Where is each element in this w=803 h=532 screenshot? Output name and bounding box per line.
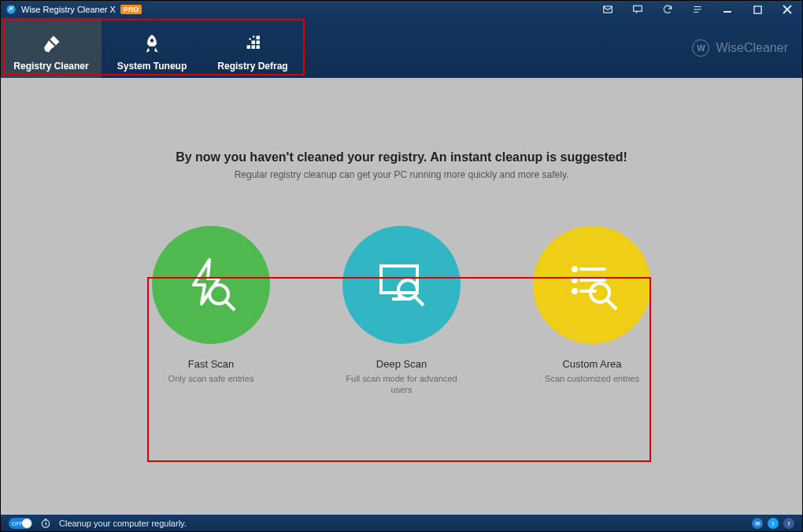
svg-rect-12 — [257, 41, 261, 45]
svg-point-0 — [6, 5, 15, 13]
tab-system-tuneup[interactable]: System Tuneup — [102, 18, 202, 78]
main-toolbar: Registry Cleaner System Tuneup Registry … — [1, 18, 802, 78]
clock-icon — [40, 518, 51, 529]
svg-rect-13 — [257, 36, 261, 40]
brush-icon — [39, 32, 63, 56]
scan-title: Deep Scan — [376, 358, 427, 370]
app-icon — [6, 4, 17, 15]
subhead-text: Regular registry cleanup can get your PC… — [1, 169, 802, 180]
svg-point-7 — [150, 39, 154, 42]
app-title: Wise Registry Cleaner X — [21, 5, 116, 14]
svg-line-17 — [226, 301, 235, 310]
share-mail-icon[interactable]: ✉ — [752, 518, 763, 529]
status-tip: Cleanup your computer regularly. — [59, 519, 187, 528]
scan-desc: Full scan mode for advanced users — [335, 373, 468, 396]
svg-rect-14 — [250, 39, 251, 40]
svg-point-25 — [573, 279, 576, 282]
window-controls — [593, 1, 802, 18]
feedback-icon[interactable] — [623, 1, 653, 18]
scan-title: Fast Scan — [188, 358, 235, 370]
main-panel: By now you haven't cleaned your registry… — [1, 78, 802, 515]
share-twitter-icon[interactable]: t — [768, 518, 779, 529]
scan-desc: Scan customized entries — [545, 373, 639, 384]
scan-desc: Only scan safe entries — [168, 373, 254, 384]
brand-text: WiseCleaner — [716, 41, 788, 55]
tab-registry-defrag[interactable]: Registry Defrag — [202, 18, 303, 78]
deep-scan-icon — [342, 226, 461, 344]
svg-point-23 — [573, 268, 576, 271]
minimize-button[interactable] — [712, 1, 742, 18]
svg-point-16 — [209, 285, 228, 304]
svg-rect-11 — [252, 41, 256, 45]
refresh-icon[interactable] — [653, 1, 683, 18]
scan-option-custom[interactable]: Custom Area Scan customized entries — [525, 226, 659, 396]
scan-options-row: Fast Scan Only scan safe entries Deep Sc… — [1, 226, 802, 396]
svg-rect-9 — [252, 46, 256, 50]
scan-option-deep[interactable]: Deep Scan Full scan mode for advanced us… — [335, 226, 468, 396]
toggle-label: OFF — [12, 521, 23, 526]
svg-line-30 — [607, 300, 616, 308]
tab-label: System Tuneup — [117, 61, 187, 72]
fast-scan-icon — [152, 226, 270, 344]
svg-point-21 — [398, 280, 417, 299]
svg-rect-8 — [247, 46, 251, 50]
svg-rect-15 — [253, 36, 254, 38]
svg-point-27 — [573, 290, 576, 293]
statusbar: OFF Cleanup your computer regularly. ✉ t… — [1, 515, 802, 532]
scan-title: Custom Area — [562, 358, 621, 370]
share-facebook-icon[interactable]: f — [783, 518, 794, 529]
mail-icon[interactable] — [593, 1, 623, 18]
close-button[interactable] — [772, 1, 802, 18]
svg-rect-10 — [257, 46, 261, 50]
custom-area-icon — [533, 226, 651, 344]
defrag-icon — [241, 32, 265, 56]
schedule-toggle[interactable]: OFF — [9, 518, 32, 529]
brand-mark-icon: W — [692, 39, 709, 57]
brand-logo[interactable]: W WiseCleaner — [692, 39, 788, 57]
titlebar: Wise Registry Cleaner X PRO — [1, 1, 802, 18]
svg-rect-4 — [753, 6, 760, 13]
svg-line-22 — [415, 297, 424, 305]
svg-rect-2 — [634, 6, 642, 11]
tab-registry-cleaner[interactable]: Registry Cleaner — [1, 18, 102, 78]
headline-text: By now you haven't cleaned your registry… — [1, 150, 802, 164]
pro-badge: PRO — [120, 5, 142, 14]
maximize-button[interactable] — [742, 1, 772, 18]
menu-icon[interactable] — [683, 1, 712, 18]
rocket-icon — [140, 32, 164, 56]
tab-label: Registry Cleaner — [13, 61, 88, 72]
scan-option-fast[interactable]: Fast Scan Only scan safe entries — [144, 226, 278, 396]
tab-label: Registry Defrag — [217, 61, 287, 72]
social-links: ✉ t f — [752, 518, 794, 529]
